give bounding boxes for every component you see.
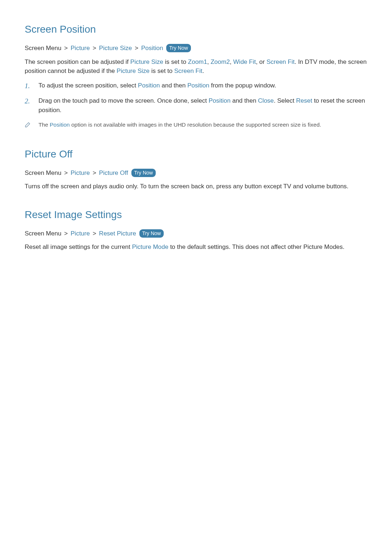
text-run: The screen position can be adjusted if bbox=[25, 58, 130, 65]
section-heading: Screen Position bbox=[25, 22, 367, 37]
step-item: 1. To adjust the screen position, select… bbox=[25, 81, 367, 91]
section-screen-position: Screen Position Screen Menu > Picture > … bbox=[25, 22, 367, 131]
breadcrumb-item: Picture bbox=[71, 45, 90, 52]
intro-paragraph: The screen position can be adjusted if P… bbox=[25, 57, 367, 76]
highlight-term: Picture Mode bbox=[132, 243, 168, 250]
breadcrumb-item: Picture bbox=[71, 230, 90, 237]
chevron-right-icon: > bbox=[64, 169, 68, 176]
steps-list: 1. To adjust the screen position, select… bbox=[25, 81, 367, 115]
highlight-term: Picture Size bbox=[130, 58, 163, 65]
highlight-term: Position bbox=[209, 97, 230, 104]
highlight-term: Position bbox=[187, 82, 209, 89]
highlight-term: Screen Fit bbox=[174, 67, 202, 74]
chevron-right-icon: > bbox=[93, 45, 96, 52]
text-run: To adjust the screen position, select bbox=[38, 82, 138, 89]
text-run: Turns off the screen and plays audio onl… bbox=[25, 183, 348, 190]
text-run: Drag on the touch pad to move the screen… bbox=[38, 97, 209, 104]
text-run: , bbox=[207, 58, 211, 65]
try-now-badge[interactable]: Try Now bbox=[131, 169, 156, 177]
breadcrumb-root: Screen Menu bbox=[25, 169, 61, 176]
step-item: 2. Drag on the touch pad to move the scr… bbox=[25, 96, 367, 115]
text-run: to the default settings. This does not a… bbox=[168, 243, 344, 250]
chevron-right-icon: > bbox=[93, 169, 96, 176]
note-body: The Position option is not available wit… bbox=[38, 120, 367, 129]
text-run: , or bbox=[256, 58, 266, 65]
text-run: and then bbox=[160, 82, 188, 89]
text-run: is set to bbox=[163, 58, 188, 65]
section-picture-off: Picture Off Screen Menu > Picture > Pict… bbox=[25, 147, 367, 191]
highlight-term: Position bbox=[50, 122, 70, 128]
breadcrumb: Screen Menu > Picture > Reset Picture Tr… bbox=[25, 229, 367, 238]
text-run: option is not available with images in t… bbox=[70, 122, 321, 128]
chevron-right-icon: > bbox=[93, 230, 96, 237]
step-number: 1. bbox=[25, 81, 38, 91]
text-run: . bbox=[203, 67, 204, 74]
chevron-right-icon: > bbox=[64, 45, 68, 52]
highlight-term: Wide Fit bbox=[233, 58, 256, 65]
note: The Position option is not available wit… bbox=[25, 120, 367, 131]
breadcrumb-item: Picture Size bbox=[99, 45, 132, 52]
highlight-term: Zoom1 bbox=[188, 58, 207, 65]
step-body: To adjust the screen position, select Po… bbox=[38, 81, 367, 91]
text-run: , bbox=[230, 58, 233, 65]
highlight-term: Reset bbox=[296, 97, 312, 104]
pencil-icon bbox=[25, 120, 38, 131]
breadcrumb-root: Screen Menu bbox=[25, 230, 61, 237]
breadcrumb-item: Reset Picture bbox=[99, 230, 136, 237]
try-now-badge[interactable]: Try Now bbox=[139, 229, 164, 238]
text-run: and then bbox=[230, 97, 258, 104]
breadcrumb: Screen Menu > Picture > Picture Size > P… bbox=[25, 44, 367, 53]
highlight-term: Screen Fit bbox=[266, 58, 294, 65]
breadcrumb-item: Picture bbox=[71, 169, 90, 176]
intro-paragraph: Turns off the screen and plays audio onl… bbox=[25, 182, 367, 191]
highlight-term: Position bbox=[138, 82, 160, 89]
text-run: from the popup window. bbox=[209, 82, 276, 89]
breadcrumb-item: Position bbox=[141, 45, 163, 52]
highlight-term: Zoom2 bbox=[211, 58, 230, 65]
try-now-badge[interactable]: Try Now bbox=[166, 44, 191, 52]
step-body: Drag on the touch pad to move the screen… bbox=[38, 96, 367, 115]
chevron-right-icon: > bbox=[135, 45, 138, 52]
intro-paragraph: Reset all image settings for the current… bbox=[25, 242, 367, 252]
highlight-term: Picture Size bbox=[117, 67, 150, 74]
step-number: 2. bbox=[25, 96, 38, 115]
section-heading: Reset Image Settings bbox=[25, 207, 367, 222]
text-run: Reset all image settings for the current bbox=[25, 243, 132, 250]
text-run: The bbox=[38, 122, 50, 128]
chevron-right-icon: > bbox=[64, 230, 68, 237]
breadcrumb: Screen Menu > Picture > Picture Off Try … bbox=[25, 168, 367, 178]
section-heading: Picture Off bbox=[25, 147, 367, 162]
text-run: . Select bbox=[274, 97, 296, 104]
breadcrumb-item: Picture Off bbox=[99, 169, 128, 176]
text-run: is set to bbox=[150, 67, 174, 74]
highlight-term: Close bbox=[258, 97, 274, 104]
section-reset-image-settings: Reset Image Settings Screen Menu > Pictu… bbox=[25, 207, 367, 252]
breadcrumb-root: Screen Menu bbox=[25, 45, 61, 52]
